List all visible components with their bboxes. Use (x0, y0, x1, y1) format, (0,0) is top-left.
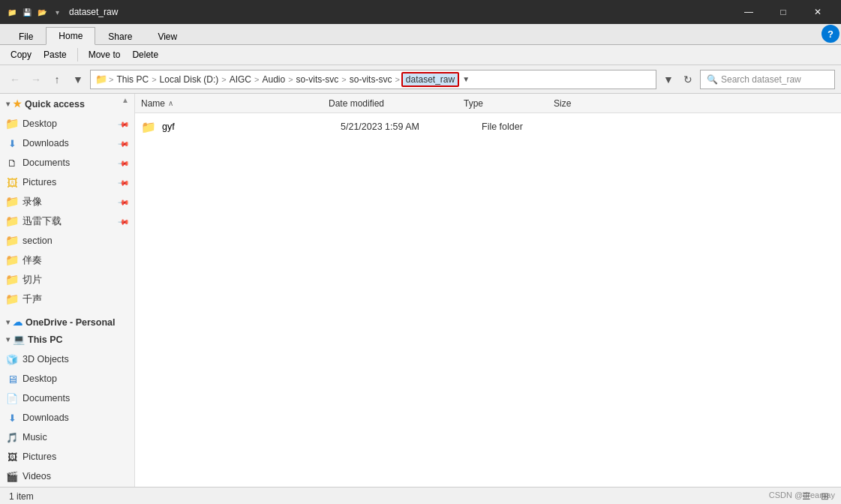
tab-view[interactable]: View (145, 27, 190, 45)
sidebar-item-pictures[interactable]: 🖼 Pictures 📌 (0, 172, 134, 192)
file-folder-icon: 📁 (141, 119, 156, 134)
sidebar-item-downloads[interactable]: ⬇ Downloads 📌 (0, 134, 134, 153)
sidebar-item-desktop-pc[interactable]: 🖥 Desktop (0, 369, 134, 388)
this-pc-chevron: ▾ (6, 335, 10, 344)
col-header-size[interactable]: Size (554, 98, 614, 109)
sidebar-item-documents[interactable]: 🗋 Documents 📌 (0, 153, 134, 172)
breadcrumb-local-disk[interactable]: Local Disk (D:) (158, 74, 221, 85)
breadcrumb-this-pc[interactable]: This PC (115, 74, 150, 85)
title-bar-app-icons: 📁 💾 📂 ▾ (6, 6, 63, 18)
desktop-pc-icon: 🖥 (6, 373, 18, 385)
breadcrumb-sep-6: > (395, 75, 399, 84)
sidebar-item-local-c[interactable]: 💾 Local Disk (C:) (0, 486, 134, 487)
breadcrumb-bar: 📁 > This PC > Local Disk (D:) > AIGC > A… (90, 70, 656, 89)
breadcrumb-so-vits-svc-1[interactable]: so-vits-svc (295, 74, 341, 85)
open-icon: 📂 (36, 6, 48, 18)
folder-banz-icon: 📁 (6, 254, 18, 266)
sidebar-item-desktop[interactable]: 📁 Desktop 📌 (0, 114, 134, 134)
ribbon-divider-1 (77, 48, 78, 62)
col-header-type[interactable]: Type (464, 98, 554, 109)
back-button[interactable]: ← (6, 70, 24, 88)
music-icon: 🎵 (6, 431, 18, 443)
grid-view-icon[interactable]: ⊞ (817, 489, 832, 504)
recent-button[interactable]: ▼ (69, 70, 87, 88)
maximize-button[interactable]: □ (766, 0, 800, 24)
ribbon-delete-btn[interactable]: Delete (128, 48, 163, 62)
quick-access-header[interactable]: ▾ ★ Quick access (0, 94, 134, 111)
breadcrumb-aigc[interactable]: AIGC (228, 74, 253, 85)
documents-pc-icon: 📄 (6, 392, 18, 404)
breadcrumb-sep-1: > (152, 75, 156, 84)
close-button[interactable]: ✕ (800, 0, 835, 24)
table-row[interactable]: 📁 gyf 5/21/2023 1:59 AM File folder (135, 116, 841, 137)
sidebar-item-qiansheng[interactable]: 📁 千声 (0, 290, 134, 309)
file-name: gyf (162, 122, 335, 132)
col-date-label: Date modified (329, 98, 384, 109)
up-button[interactable]: ↑ (48, 70, 66, 88)
breadcrumb-sep-4: > (288, 75, 293, 84)
ribbon-move-btn[interactable]: Move to (84, 48, 125, 62)
col-header-name[interactable]: Name ∧ (141, 98, 329, 109)
title-bar-left: 📁 💾 📂 ▾ dataset_raw (6, 6, 118, 18)
sidebar-item-banz[interactable]: 📁 伴奏 (0, 250, 134, 270)
ribbon-copy-btn[interactable]: Copy (6, 48, 36, 62)
ribbon-paste-btn[interactable]: Paste (39, 48, 71, 62)
list-view-icon[interactable]: ☰ (799, 489, 814, 504)
breadcrumb-sep-5: > (341, 75, 346, 84)
refresh-button[interactable]: ↻ (679, 70, 697, 88)
sidebar-label-3dobjects: 3D Objects (23, 354, 128, 364)
folder-doc-icon: 🗋 (6, 157, 18, 169)
ribbon-tabs: File Home Share View ? (0, 24, 841, 45)
sidebar-item-pictures-pc[interactable]: 🖼 Pictures (0, 447, 134, 466)
search-box[interactable]: 🔍 Search dataset_raw (700, 70, 835, 89)
3d-icon: 🧊 (6, 353, 18, 365)
onedrive-header[interactable]: ▾ ☁ OneDrive - Personal (0, 312, 134, 329)
col-size-label: Size (554, 98, 571, 109)
save-icon: 💾 (21, 6, 33, 18)
sidebar-item-music[interactable]: 🎵 Music (0, 428, 134, 447)
sidebar-item-qiepian[interactable]: 📁 切片 (0, 270, 134, 290)
forward-button[interactable]: → (27, 70, 45, 88)
folder-lux-icon: 📁 (6, 196, 18, 208)
onedrive-label: OneDrive - Personal (26, 317, 116, 328)
dropdown-icon[interactable]: ▾ (51, 6, 63, 18)
breadcrumb-so-vits-svc-2[interactable]: so-vits-svc (348, 74, 394, 85)
videos-icon: 🎬 (6, 470, 18, 482)
sidebar-item-lux[interactable]: 📁 录像 📌 (0, 192, 134, 212)
minimize-button[interactable]: — (731, 0, 766, 24)
title-bar: 📁 💾 📂 ▾ dataset_raw — □ ✕ (0, 0, 841, 24)
breadcrumb-chevron[interactable]: ▼ (462, 75, 470, 83)
col-type-label: Type (464, 98, 483, 109)
sidebar-scroll-up[interactable]: ▲ (119, 94, 131, 106)
folder-pic-icon: 🖼 (6, 176, 18, 188)
sidebar-item-section[interactable]: 📁 section (0, 231, 134, 250)
sidebar-item-xunlei[interactable]: 📁 迅雷下载 📌 (0, 212, 134, 231)
quick-access-label: Quick access (25, 99, 85, 110)
help-button[interactable]: ? (821, 25, 839, 43)
tab-file[interactable]: File (6, 27, 46, 45)
breadcrumb-dataset-raw[interactable]: dataset_raw (401, 72, 459, 87)
breadcrumb-audio[interactable]: Audio (260, 74, 287, 85)
folder-dl-icon: ⬇ (6, 137, 18, 149)
sidebar: ▲ ▾ ★ Quick access 📁 Desktop 📌 ⬇ Downloa… (0, 94, 135, 487)
expand-button[interactable]: ▼ (659, 70, 677, 88)
col-header-date[interactable]: Date modified (329, 98, 464, 109)
this-pc-header[interactable]: ▾ 💻 This PC (0, 329, 134, 346)
breadcrumb-sep-3: > (254, 75, 259, 84)
col-name-label: Name (141, 98, 165, 109)
status-bar: 1 item ☰ ⊞ (0, 487, 841, 504)
sidebar-label-pictures-pc: Pictures (23, 452, 128, 462)
breadcrumb-folder-icon: 📁 (95, 74, 107, 85)
sidebar-label-downloads: Downloads (23, 138, 115, 148)
sidebar-item-3dobjects[interactable]: 🧊 3D Objects (0, 350, 134, 369)
breadcrumb-sep-2: > (221, 75, 226, 84)
search-icon: 🔍 (707, 74, 718, 85)
tab-share[interactable]: Share (95, 27, 145, 45)
sidebar-item-downloads-pc[interactable]: ⬇ Downloads (0, 408, 134, 428)
sidebar-label-desktop: Desktop (23, 118, 115, 129)
sidebar-item-videos[interactable]: 🎬 Videos (0, 466, 134, 486)
sidebar-label-videos: Videos (23, 471, 128, 482)
file-date: 5/21/2023 1:59 AM (341, 122, 476, 132)
tab-home[interactable]: Home (46, 27, 95, 45)
sidebar-item-documents-pc[interactable]: 📄 Documents (0, 388, 134, 408)
